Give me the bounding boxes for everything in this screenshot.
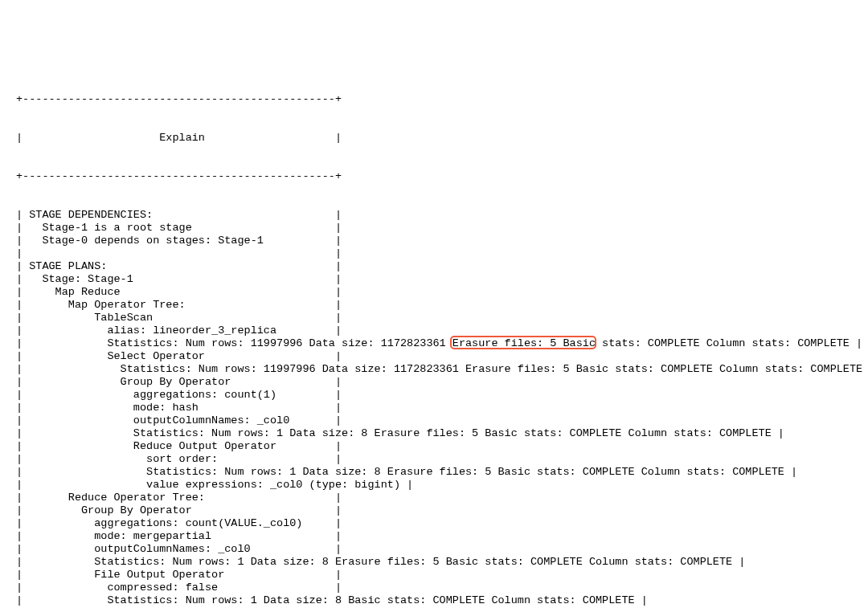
explain-line: | STAGE DEPENDENCIES: | — [16, 209, 852, 222]
explain-line: | outputColumnNames: _col0 | — [16, 543, 852, 556]
explain-line: | Statistics: Num rows: 1 Data size: 8 E… — [16, 427, 852, 440]
explain-line: | mode: hash | — [16, 402, 852, 414]
explain-plan-output: +---------------------------------------… — [16, 67, 852, 608]
explain-line: | Group By Operator | — [16, 376, 852, 389]
explain-line: | aggregations: count(VALUE._col0) | — [16, 517, 852, 530]
explain-line: | Statistics: Num rows: 11997996 Data si… — [16, 337, 852, 350]
explain-body: | STAGE DEPENDENCIES: || Stage-1 is a ro… — [16, 209, 852, 608]
explain-line: | File Output Operator | — [16, 569, 852, 581]
explain-line: | alias: lineorder_3_replica | — [16, 324, 852, 337]
explain-line: | Reduce Operator Tree: | — [16, 492, 852, 504]
explain-line: | Reduce Output Operator | — [16, 440, 852, 453]
explain-line: | sort order: | — [16, 453, 852, 466]
explain-line: | Statistics: Num rows: 11997996 Data si… — [16, 363, 852, 376]
explain-line: | Stage-1 is a root stage | — [16, 222, 852, 235]
explain-line: | Statistics: Num rows: 1 Data size: 8 B… — [16, 594, 852, 607]
explain-line: | STAGE PLANS: | — [16, 260, 852, 273]
explain-line: | aggregations: count(1) | — [16, 389, 852, 402]
table-header: | Explain | — [16, 132, 852, 145]
explain-line: | TableScan | — [16, 312, 852, 324]
explain-line: | Map Operator Tree: | — [16, 299, 852, 312]
table-rule: +---------------------------------------… — [16, 170, 852, 183]
explain-line: | | — [16, 247, 852, 260]
explain-line: | Statistics: Num rows: 1 Data size: 8 E… — [16, 466, 852, 479]
explain-line: | outputColumnNames: _col0 | — [16, 414, 852, 427]
explain-line: | Select Operator | — [16, 350, 852, 363]
explain-line: | Stage: Stage-1 | — [16, 273, 852, 286]
explain-line: | mode: mergepartial | — [16, 530, 852, 543]
explain-line: | value expressions: _col0 (type: bigint… — [16, 479, 852, 492]
explain-line: | Statistics: Num rows: 1 Data size: 8 E… — [16, 556, 852, 569]
explain-line: | Map Reduce | — [16, 286, 852, 299]
table-rule: +---------------------------------------… — [16, 93, 852, 106]
explain-line: | Stage-0 depends on stages: Stage-1 | — [16, 235, 852, 247]
explain-line: | compressed: false | — [16, 581, 852, 594]
explain-line: | Group By Operator | — [16, 504, 852, 517]
